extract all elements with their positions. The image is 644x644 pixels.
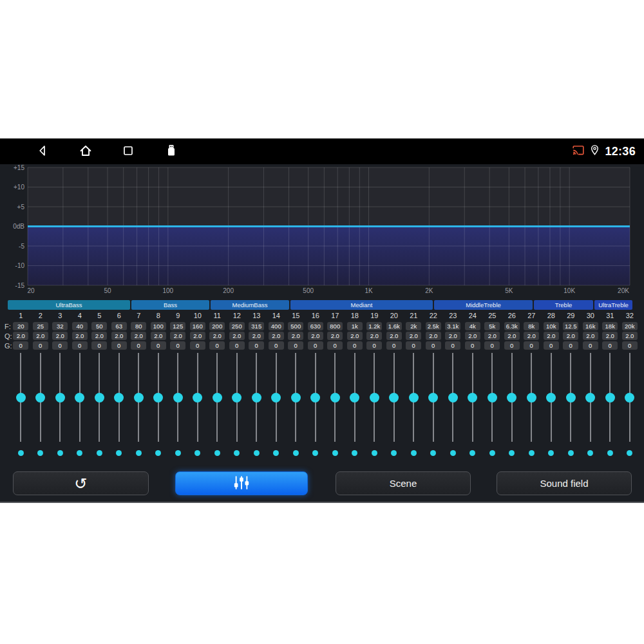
eq-band-slider[interactable] — [365, 351, 384, 446]
band-dot[interactable] — [391, 450, 397, 456]
band-dot[interactable] — [214, 450, 220, 456]
eq-band-slider[interactable] — [149, 351, 169, 446]
band-dot[interactable] — [194, 450, 200, 456]
slider-knob[interactable] — [350, 393, 359, 402]
recents-button[interactable] — [117, 138, 140, 164]
slider-knob[interactable] — [153, 393, 163, 402]
band-dot[interactable] — [155, 450, 161, 456]
eq-band-slider[interactable] — [188, 351, 208, 446]
slider-knob[interactable] — [488, 393, 497, 402]
band-dot[interactable] — [411, 450, 417, 456]
eq-band-slider[interactable] — [561, 351, 581, 446]
band-dot[interactable] — [18, 450, 24, 456]
back-button[interactable] — [31, 138, 54, 164]
eq-band-slider[interactable] — [345, 351, 365, 446]
band-dot[interactable] — [352, 450, 357, 456]
band-dot[interactable] — [312, 450, 318, 456]
slider-knob[interactable] — [55, 393, 65, 402]
eq-band-slider[interactable] — [522, 351, 542, 446]
eq-band-slider[interactable] — [31, 351, 51, 446]
slider-knob[interactable] — [310, 393, 320, 402]
slider-knob[interactable] — [252, 393, 261, 402]
slider-knob[interactable] — [114, 393, 124, 402]
slider-knob[interactable] — [134, 393, 144, 402]
eq-band-slider[interactable] — [325, 351, 345, 446]
eq-band-slider[interactable] — [70, 351, 90, 446]
eq-band-slider[interactable] — [306, 351, 326, 446]
slider-knob[interactable] — [75, 393, 84, 402]
slider-knob[interactable] — [389, 393, 399, 402]
slider-knob[interactable] — [468, 393, 477, 402]
slider-knob[interactable] — [546, 393, 556, 402]
band-dot[interactable] — [175, 450, 181, 456]
eq-band-slider[interactable] — [129, 351, 149, 446]
slider-knob[interactable] — [507, 393, 516, 402]
band-dot[interactable] — [136, 450, 142, 456]
eq-band-slider[interactable] — [600, 351, 620, 446]
band-dot[interactable] — [587, 450, 593, 456]
eq-band-slider[interactable] — [424, 351, 444, 446]
slider-knob[interactable] — [409, 393, 419, 402]
home-button[interactable] — [74, 138, 97, 164]
slider-knob[interactable] — [625, 393, 634, 402]
band-dot[interactable] — [372, 450, 377, 456]
band-dot[interactable] — [489, 450, 495, 456]
eq-band-slider[interactable] — [50, 351, 70, 446]
band-dot[interactable] — [234, 450, 240, 456]
eq-band-slider[interactable] — [404, 351, 424, 446]
band-dot[interactable] — [116, 450, 122, 456]
slider-knob[interactable] — [16, 393, 26, 402]
band-dot[interactable] — [273, 450, 279, 456]
slider-knob[interactable] — [173, 393, 183, 402]
band-dot[interactable] — [57, 450, 63, 456]
band-dot[interactable] — [568, 450, 574, 456]
eq-band-slider[interactable] — [90, 351, 109, 446]
band-dot[interactable] — [450, 450, 456, 456]
eq-band-slider[interactable] — [109, 351, 129, 446]
slider-knob[interactable] — [428, 393, 438, 402]
band-dot[interactable] — [627, 450, 632, 456]
eq-band-slider[interactable] — [384, 351, 404, 446]
usb-button[interactable] — [160, 138, 183, 164]
slider-knob[interactable] — [95, 393, 104, 402]
eq-band-slider[interactable] — [443, 351, 463, 446]
eq-band-slider[interactable] — [463, 351, 483, 446]
eq-band-slider[interactable] — [168, 351, 188, 446]
eq-band-slider[interactable] — [11, 351, 31, 446]
band-dot[interactable] — [430, 450, 436, 456]
band-dot[interactable] — [254, 450, 260, 456]
eq-band-slider[interactable] — [542, 351, 562, 446]
scene-button[interactable]: Scene — [336, 471, 471, 495]
band-dot[interactable] — [469, 450, 475, 456]
band-dot[interactable] — [509, 450, 515, 456]
slider-knob[interactable] — [193, 393, 202, 402]
band-dot[interactable] — [548, 450, 554, 456]
slider-knob[interactable] — [370, 393, 379, 402]
eq-band-slider[interactable] — [247, 351, 267, 446]
slider-knob[interactable] — [271, 393, 281, 402]
slider-knob[interactable] — [448, 393, 458, 402]
sound-field-button[interactable]: Sound field — [497, 471, 632, 495]
eq-band-slider[interactable] — [502, 351, 522, 446]
band-dot[interactable] — [332, 450, 338, 456]
eq-band-slider[interactable] — [581, 351, 601, 446]
slider-knob[interactable] — [566, 393, 576, 402]
equalizer-button[interactable] — [175, 471, 308, 495]
eq-band-slider[interactable] — [286, 351, 306, 446]
slider-knob[interactable] — [291, 393, 301, 402]
band-dot[interactable] — [97, 450, 102, 456]
eq-band-slider[interactable] — [620, 351, 640, 446]
slider-knob[interactable] — [213, 393, 222, 402]
slider-knob[interactable] — [330, 393, 340, 402]
band-dot[interactable] — [529, 450, 535, 456]
reset-button[interactable]: ↺ — [13, 471, 149, 495]
eq-band-slider[interactable] — [207, 351, 227, 446]
eq-band-slider[interactable] — [227, 351, 247, 446]
slider-knob[interactable] — [585, 393, 595, 402]
band-dot[interactable] — [293, 450, 299, 456]
band-dot[interactable] — [77, 450, 82, 456]
slider-knob[interactable] — [527, 393, 536, 402]
band-dot[interactable] — [607, 450, 613, 456]
eq-band-slider[interactable] — [482, 351, 502, 446]
slider-knob[interactable] — [35, 393, 45, 402]
